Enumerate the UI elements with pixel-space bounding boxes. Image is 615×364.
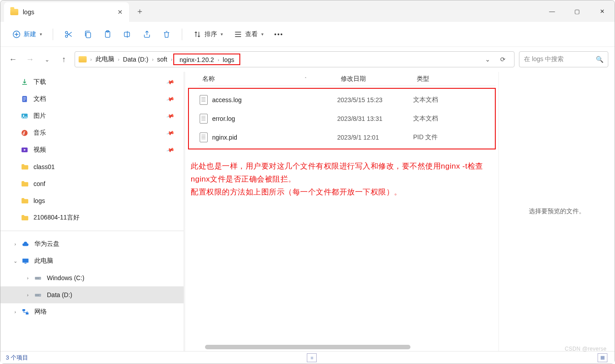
sort-asc-icon: ˄ (305, 77, 307, 81)
crumb-drive[interactable]: Data (D:) (120, 56, 151, 63)
chevron-right-icon: › (117, 57, 121, 62)
sidebar-quick-conf[interactable]: conf (0, 175, 184, 192)
svg-rect-6 (124, 32, 130, 37)
minimize-button[interactable]: — (540, 0, 565, 22)
sidebar-quick-文档[interactable]: 文档📌 (0, 91, 184, 108)
file-type: PID 文件 (413, 133, 438, 141)
crumb-pc[interactable]: 此电脑 (93, 55, 117, 63)
sidebar-tree-此电脑[interactable]: ⌄此电脑 (0, 252, 184, 269)
col-name[interactable]: 名称˄ (199, 75, 337, 83)
crumb-nginx[interactable]: nginx-1.20.2 (177, 56, 217, 63)
close-tab-icon[interactable]: ✕ (117, 8, 123, 16)
tree-expand-icon[interactable]: › (24, 292, 32, 298)
sidebar-item-label: Windows (C:) (47, 274, 84, 281)
sidebar-quick-2106804-11言好[interactable]: 2106804-11言好 (0, 209, 184, 226)
sidebar-item-label: conf (33, 180, 45, 187)
new-tab-button[interactable]: ＋ (129, 0, 151, 22)
more-button[interactable]: ••• (271, 28, 287, 41)
sidebar-item-label: 此电脑 (34, 257, 53, 265)
col-date[interactable]: 修改日期 (337, 75, 413, 83)
search-input[interactable]: 在 logs 中搜索 🔍 (519, 51, 608, 67)
rename-icon (123, 30, 132, 39)
sidebar-item-label: Data (D:) (47, 291, 72, 298)
sidebar-item-label: 图片 (33, 112, 46, 120)
sidebar-tree-网络[interactable]: ›网络 (0, 303, 184, 320)
details-view-button[interactable]: ≡ (307, 353, 317, 362)
maximize-button[interactable]: ▢ (565, 0, 590, 22)
folder-icon (79, 56, 87, 62)
cut-button[interactable] (60, 27, 76, 41)
tree-expand-icon[interactable]: › (11, 241, 19, 247)
watermark: CSDN @reverse (565, 346, 607, 352)
sidebar-item-label: 音乐 (33, 129, 46, 137)
sort-button[interactable]: 排序 ▾ (189, 27, 226, 41)
file-icon (200, 95, 208, 105)
folder-icon (20, 179, 29, 188)
status-bar: 3 个项目 ≡ ▦ (0, 351, 615, 364)
sidebar-quick-class01[interactable]: class01 (0, 158, 184, 175)
delete-button[interactable] (159, 27, 175, 41)
chevron-right-icon: › (217, 57, 220, 62)
rename-button[interactable] (119, 27, 135, 41)
file-type: 文本文档 (413, 115, 438, 123)
scrollbar-thumb[interactable] (205, 345, 410, 349)
chevron-down-icon: ▾ (221, 32, 223, 37)
sidebar-tree-华为云盘[interactable]: ›华为云盘 (0, 236, 184, 252)
sidebar-quick-logs[interactable]: logs (0, 192, 184, 209)
main-area: 下载📌文档📌图片📌音乐📌视频📌class01conflogs2106804-11… (0, 72, 615, 351)
tree-expand-icon[interactable]: › (11, 309, 19, 314)
file-date: 2023/5/15 15:23 (337, 96, 413, 103)
tree-expand-icon[interactable]: ⌄ (11, 258, 19, 264)
crumb-soft[interactable]: soft (155, 56, 170, 63)
file-row[interactable]: nginx.pid2023/9/1 12:01PID 文件 (189, 128, 495, 147)
file-name: nginx.pid (212, 134, 337, 141)
file-type: 文本文档 (413, 96, 438, 104)
copy-button[interactable] (80, 27, 96, 41)
folder-icon (10, 9, 18, 15)
file-icon (200, 114, 208, 124)
drive-icon (33, 273, 42, 282)
refresh-button[interactable]: ⟳ (495, 56, 510, 63)
file-row[interactable]: error.log2023/8/31 13:31文本文档 (189, 109, 495, 128)
forward-button[interactable]: → (24, 55, 36, 64)
breadcrumb-dropdown[interactable]: ⌄ (480, 56, 495, 63)
tree-expand-icon[interactable]: › (24, 275, 32, 281)
sidebar-tree-Windows (C:)[interactable]: ›Windows (C:) (0, 269, 184, 286)
clipboard-icon (103, 30, 112, 39)
sidebar-quick-下载[interactable]: 下载📌 (0, 74, 184, 91)
file-row[interactable]: access.log2023/5/15 15:23文本文档 (189, 91, 495, 109)
horizontal-scrollbar[interactable] (197, 344, 495, 350)
sidebar-quick-视频[interactable]: 视频📌 (0, 141, 184, 158)
sidebar-item-label: 华为云盘 (34, 240, 59, 248)
col-type[interactable]: 类型 (413, 75, 496, 83)
explorer-window: logs ✕ ＋ — ▢ ✕ 新建 ▾ 排序 ▾ 查看 ▾ (0, 0, 615, 364)
sort-label: 排序 (205, 30, 217, 38)
drive-icon (33, 290, 42, 299)
file-name: error.log (212, 115, 337, 122)
crumb-logs[interactable]: logs (220, 56, 237, 63)
share-button[interactable] (139, 27, 155, 41)
paste-button[interactable] (100, 27, 116, 41)
tab-logs[interactable]: logs ✕ (4, 2, 129, 22)
up-button[interactable]: ↑ (58, 55, 70, 64)
plus-circle-icon (12, 30, 21, 39)
icons-view-button[interactable]: ▦ (598, 353, 607, 362)
close-window-button[interactable]: ✕ (590, 0, 615, 22)
folder-icon (20, 196, 29, 205)
sidebar-quick-图片[interactable]: 图片📌 (0, 108, 184, 124)
share-icon (142, 30, 151, 39)
view-button[interactable]: 查看 ▾ (230, 27, 267, 41)
annotation-text: 此处也是一样，用户要对这几个文件有权限进行写入和修改，要不然使用nginx -t… (191, 160, 494, 199)
recent-dropdown[interactable]: ⌄ (41, 56, 53, 63)
breadcrumb[interactable]: › 此电脑 › Data (D:) › soft › nginx-1.20.2 … (75, 51, 515, 67)
download-icon (20, 78, 29, 87)
back-button[interactable]: ← (7, 55, 19, 64)
separator (182, 29, 182, 40)
file-date: 2023/8/31 13:31 (337, 115, 413, 122)
ellipsis-icon: ••• (274, 31, 284, 38)
svg-rect-18 (22, 309, 25, 311)
sidebar-quick-音乐[interactable]: 音乐📌 (0, 124, 184, 141)
new-button[interactable]: 新建 ▾ (8, 27, 46, 41)
sidebar-tree-Data (D:)[interactable]: ›Data (D:) (0, 286, 184, 303)
column-headers: 名称˄ 修改日期 类型 (199, 72, 496, 86)
